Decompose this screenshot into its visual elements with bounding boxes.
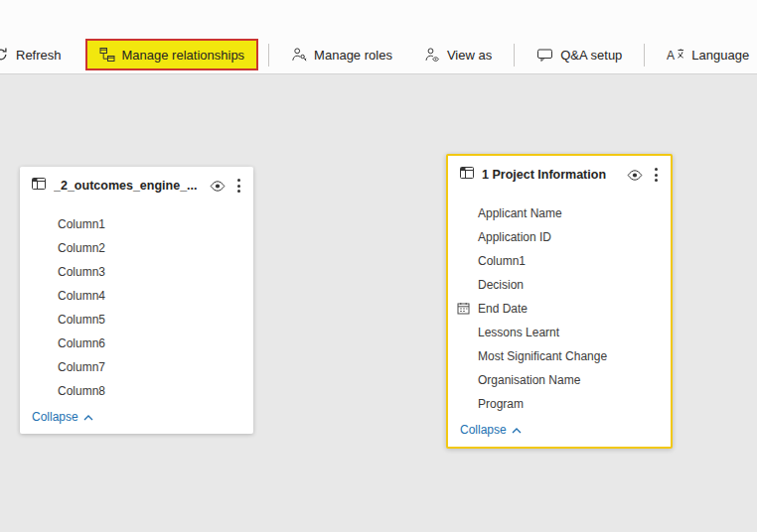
- field-name: Column5: [58, 313, 105, 327]
- qa-setup-label: Q&A setup: [560, 48, 622, 63]
- field-name: Lessons Learnt: [478, 326, 559, 339]
- field-row[interactable]: Lessons Learnt: [448, 321, 671, 344]
- field-name: End Date: [478, 302, 528, 316]
- field-list: Column1 Column2 Column3 Column4 Column5 …: [20, 204, 253, 403]
- field-row[interactable]: Column5: [20, 308, 253, 332]
- refresh-label: Refresh: [16, 48, 62, 63]
- more-options-icon[interactable]: [234, 177, 243, 195]
- refresh-icon: [0, 47, 9, 63]
- view-as-icon: [424, 47, 440, 63]
- collapse-button[interactable]: Collapse: [448, 416, 671, 447]
- view-as-button[interactable]: View as: [412, 39, 504, 70]
- language-label: Language: [691, 48, 749, 63]
- table-title: 1 Project Information: [482, 168, 618, 182]
- manage-roles-label: Manage roles: [314, 48, 392, 63]
- toolbar-divider: [644, 44, 645, 66]
- refresh-button[interactable]: Refresh: [0, 39, 74, 70]
- chevron-up-icon: [83, 410, 93, 424]
- language-dropdown[interactable]: A Language: [655, 39, 757, 70]
- field-name: Column3: [58, 265, 105, 279]
- table-icon: [31, 176, 47, 196]
- table-title: _2_outcomes_engine_...: [54, 179, 201, 193]
- field-name: Column1: [478, 254, 526, 268]
- qa-setup-button[interactable]: Q&A setup: [525, 39, 634, 70]
- view-as-label: View as: [447, 48, 492, 63]
- field-name: Application ID: [478, 230, 551, 244]
- eye-icon[interactable]: [208, 179, 227, 194]
- field-name: Applicant Name: [478, 206, 562, 220]
- table-card-header[interactable]: _2_outcomes_engine_...: [20, 167, 253, 204]
- manage-roles-icon: [291, 47, 307, 63]
- field-name: Column8: [58, 384, 105, 398]
- eye-icon[interactable]: [625, 168, 645, 183]
- manage-relationships-label: Manage relationships: [122, 48, 245, 63]
- field-row[interactable]: Column7: [20, 355, 253, 379]
- field-name: Organisation Name: [478, 373, 580, 387]
- manage-roles-button[interactable]: Manage roles: [279, 39, 404, 70]
- field-name: Column2: [58, 241, 105, 255]
- field-name: Column6: [58, 336, 105, 350]
- toolbar-divider: [514, 44, 515, 66]
- svg-text:A: A: [667, 49, 675, 63]
- field-name: Column1: [58, 217, 105, 231]
- collapse-button[interactable]: Collapse: [20, 403, 253, 434]
- field-row[interactable]: Application ID: [448, 225, 671, 249]
- collapse-label: Collapse: [32, 410, 78, 424]
- field-row[interactable]: Program: [448, 392, 671, 416]
- calendar-icon: [457, 302, 470, 318]
- chevron-up-icon: [512, 423, 522, 437]
- field-name: Decision: [478, 278, 524, 292]
- field-row[interactable]: Most Significant Change: [448, 344, 671, 368]
- field-row[interactable]: Column1: [20, 212, 253, 236]
- field-name: Most Significant Change: [478, 349, 607, 363]
- field-row[interactable]: Column2: [20, 236, 253, 260]
- field-row[interactable]: Column3: [20, 260, 253, 284]
- field-row[interactable]: Decision: [448, 273, 671, 297]
- field-name: Column4: [58, 289, 105, 303]
- field-name: Column7: [58, 360, 105, 374]
- manage-relationships-button[interactable]: Manage relationships: [87, 41, 257, 68]
- qa-setup-icon: [536, 47, 553, 63]
- field-name: Program: [478, 397, 524, 411]
- annotation-highlight-box: Manage relationships: [85, 39, 259, 70]
- field-row[interactable]: End Date: [448, 297, 671, 321]
- ribbon-toolbar: Refresh Manage relationships Manage role…: [0, 0, 757, 74]
- table-card-outcomes-engine[interactable]: _2_outcomes_engine_... Column1 Column2 C…: [20, 167, 253, 434]
- field-row[interactable]: Column4: [20, 284, 253, 308]
- manage-relationships-icon: [99, 47, 115, 63]
- field-list: Applicant Name Application ID Column1 De…: [448, 194, 671, 416]
- more-options-icon[interactable]: [652, 166, 661, 184]
- field-row[interactable]: Column1: [448, 249, 671, 273]
- field-row[interactable]: Column6: [20, 332, 253, 355]
- table-card-project-information[interactable]: 1 Project Information Applicant Name App…: [446, 154, 673, 449]
- language-icon: A: [667, 47, 684, 63]
- toolbar-divider: [268, 44, 269, 66]
- field-row[interactable]: Column8: [20, 379, 253, 403]
- toolbar-row: Refresh Manage relationships Manage role…: [0, 38, 757, 71]
- field-row[interactable]: Organisation Name: [448, 368, 671, 392]
- table-icon: [459, 165, 475, 185]
- collapse-label: Collapse: [460, 423, 507, 437]
- table-card-header[interactable]: 1 Project Information: [448, 156, 671, 194]
- field-row[interactable]: Applicant Name: [448, 201, 671, 225]
